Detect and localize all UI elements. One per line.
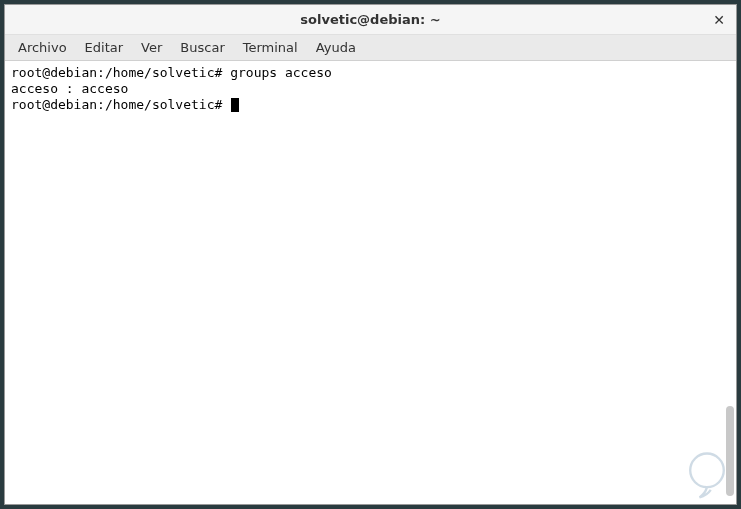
terminal-line: acceso : acceso [11,81,730,97]
menu-buscar[interactable]: Buscar [171,37,233,58]
window-title: solvetic@debian: ~ [300,12,440,27]
terminal-line: root@debian:/home/solvetic# [11,97,730,113]
command-text: groups acceso [230,65,332,80]
menu-editar[interactable]: Editar [76,37,133,58]
output-text: acceso : acceso [11,81,128,96]
prompt: root@debian:/home/solvetic# [11,97,222,112]
terminal-cursor [231,98,239,112]
close-button[interactable]: ✕ [710,11,728,29]
terminal-output[interactable]: root@debian:/home/solvetic# groups acces… [5,61,736,504]
close-icon: ✕ [713,12,725,28]
prompt: root@debian:/home/solvetic# [11,65,222,80]
menu-ver[interactable]: Ver [132,37,171,58]
menu-terminal[interactable]: Terminal [234,37,307,58]
menu-ayuda[interactable]: Ayuda [307,37,365,58]
menubar: Archivo Editar Ver Buscar Terminal Ayuda [5,35,736,61]
titlebar[interactable]: solvetic@debian: ~ ✕ [5,5,736,35]
scrollbar-thumb[interactable] [726,406,734,496]
menu-archivo[interactable]: Archivo [9,37,76,58]
terminal-line: root@debian:/home/solvetic# groups acces… [11,65,730,81]
terminal-window: solvetic@debian: ~ ✕ Archivo Editar Ver … [4,4,737,505]
